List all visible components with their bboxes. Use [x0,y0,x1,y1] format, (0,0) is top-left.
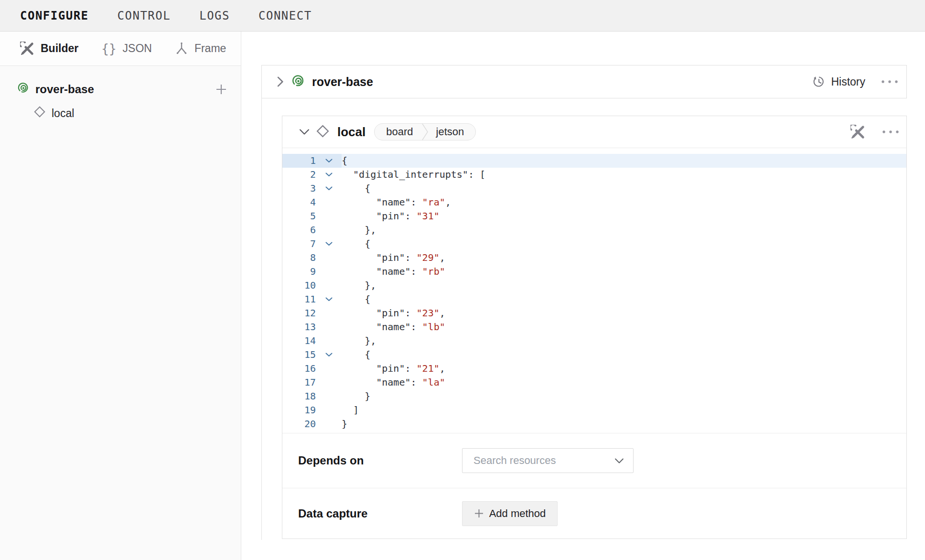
history-clock-icon [812,75,826,88]
tree-item-label: local [52,107,74,120]
code-text[interactable]: "name": "la" [342,376,906,389]
code-text[interactable]: { [342,154,906,168]
chevron-down-icon [615,458,624,463]
line-number: 9 [282,265,316,279]
code-text[interactable]: "digital_interrupts": [ [342,168,906,182]
code-text[interactable]: "name": "ra", [342,195,906,209]
editor-line-16[interactable]: 16 "pin": "21", [282,362,906,376]
expand-machine-button[interactable] [274,74,287,90]
code-text[interactable]: { [342,348,906,362]
tree-item-local[interactable]: local [0,101,241,125]
data-capture-section: Data capture Add method [282,488,906,538]
json-editor[interactable]: 1{2 "digital_interrupts": [3 {4 "name": … [282,148,906,433]
editor-line-14[interactable]: 14 }, [282,334,906,348]
depends-on-select[interactable]: Search resources [462,448,634,473]
component-title: local [337,125,366,140]
editor-line-11[interactable]: 11 { [282,292,906,306]
component-header: local boardjetson [282,116,906,148]
code-text[interactable]: { [342,182,906,195]
editor-line-1[interactable]: 1{ [282,154,906,168]
tag-jetson: jetson [429,126,476,138]
machine-menu-button[interactable] [878,76,902,87]
fold-spacer [316,362,342,376]
code-text[interactable]: ] [342,403,906,417]
editor-line-19[interactable]: 19 ] [282,403,906,417]
fold-spacer [316,265,342,279]
editor-line-7[interactable]: 7 { [282,237,906,251]
fold-toggle-icon[interactable] [316,237,342,251]
data-capture-label: Data capture [298,507,462,520]
tree-item-label: rover-base [35,83,94,96]
editor-line-6[interactable]: 6 }, [282,223,906,237]
editor-line-18[interactable]: 18 } [282,389,906,403]
editor-line-20[interactable]: 20} [282,417,906,431]
editor-line-13[interactable]: 13 "name": "lb" [282,320,906,334]
editor-line-12[interactable]: 12 "pin": "23", [282,306,906,320]
add-method-button[interactable]: Add method [462,501,558,526]
tree-item-rover-base[interactable]: rover-base [0,77,241,101]
code-text[interactable]: } [342,389,906,403]
code-text[interactable]: "pin": "31" [342,209,906,223]
code-text[interactable]: "name": "lb" [342,320,906,334]
resource-tree: rover-base local [0,66,241,125]
component-diamond-icon [316,124,330,140]
fold-spacer [316,389,342,403]
fold-toggle-icon[interactable] [316,182,342,195]
code-text[interactable]: "pin": "23", [342,306,906,320]
fold-spacer [316,320,342,334]
sidebar: Builder{}JSONFrame rover-base [0,32,241,560]
code-text[interactable]: }, [342,334,906,348]
frame-icon [175,42,188,56]
code-text[interactable]: "name": "rb" [342,265,906,279]
code-text[interactable]: "pin": "21", [342,362,906,376]
subnav-tab-builder[interactable]: Builder [20,42,78,56]
editor-line-5[interactable]: 5 "pin": "31" [282,209,906,223]
tools-icon [20,42,34,56]
fold-toggle-icon[interactable] [316,168,342,182]
code-text[interactable]: { [342,292,906,306]
tree-connector-line [261,98,262,540]
subnav-tab-json[interactable]: {}JSON [101,42,152,56]
line-number: 12 [282,306,316,320]
subnav-tab-frame[interactable]: Frame [175,42,226,56]
fold-toggle-icon[interactable] [316,348,342,362]
view-switcher: Builder{}JSONFrame [0,32,241,66]
editor-line-10[interactable]: 10 }, [282,279,906,292]
fold-spacer [316,251,342,265]
nav-tab-control[interactable]: CONTROL [118,9,171,22]
line-number: 20 [282,417,316,431]
line-number: 1 [282,154,316,168]
nav-tab-logs[interactable]: LOGS [199,9,230,22]
machine-live-icon [17,82,30,97]
editor-line-9[interactable]: 9 "name": "rb" [282,265,906,279]
code-text[interactable]: }, [342,279,906,292]
line-number: 15 [282,348,316,362]
history-button[interactable]: History [812,75,865,88]
fold-toggle-icon[interactable] [316,292,342,306]
tag-board: board [375,126,421,138]
editor-line-2[interactable]: 2 "digital_interrupts": [ [282,168,906,182]
nav-tab-configure[interactable]: CONFIGURE [20,9,89,22]
viam-machine-page: CONFIGURECONTROLLOGSCONNECT Builder{}JSO… [0,0,925,560]
tools-icon [850,125,865,140]
select-placeholder: Search resources [473,454,615,467]
editor-line-4[interactable]: 4 "name": "ra", [282,195,906,209]
code-text[interactable]: { [342,237,906,251]
add-resource-button[interactable] [214,82,228,97]
component-menu-button[interactable] [879,127,903,137]
fold-spacer [316,417,342,431]
code-text[interactable]: }, [342,223,906,237]
editor-line-3[interactable]: 3 { [282,182,906,195]
fold-toggle-icon[interactable] [316,154,342,168]
collapse-component-button[interactable] [297,126,312,138]
code-text[interactable]: "pin": "29", [342,251,906,265]
nav-tab-connect[interactable]: CONNECT [258,9,312,22]
configure-tools-button[interactable] [848,122,868,142]
editor-line-8[interactable]: 8 "pin": "29", [282,251,906,265]
editor-line-15[interactable]: 15 { [282,348,906,362]
line-number: 17 [282,376,316,389]
subnav-tab-label: Frame [194,42,226,55]
code-text[interactable]: } [342,417,906,431]
editor-line-17[interactable]: 17 "name": "la" [282,376,906,389]
line-number: 3 [282,182,316,195]
